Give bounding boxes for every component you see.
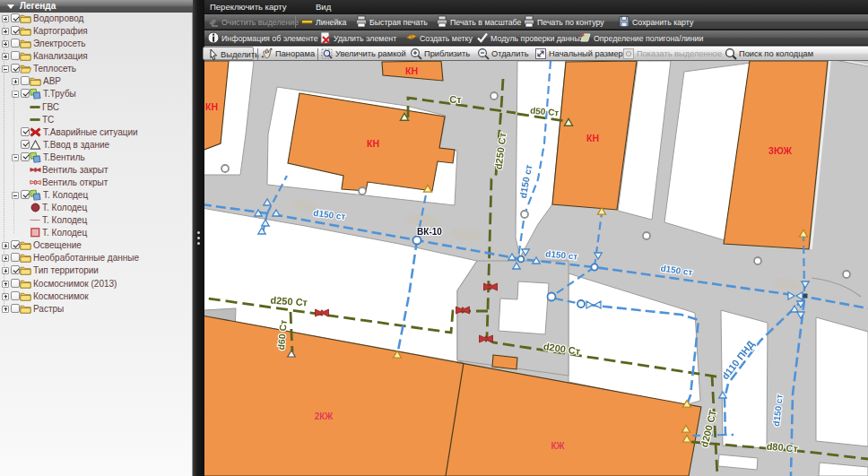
svg-text:КН: КН xyxy=(586,133,599,143)
svg-text:КН: КН xyxy=(367,138,379,149)
svg-text:2КЖ: 2КЖ xyxy=(315,411,334,421)
svg-text:Ст: Ст xyxy=(449,94,462,105)
svg-text:3ЮЖ: 3ЮЖ xyxy=(768,145,792,156)
svg-text:КН: КН xyxy=(205,101,218,112)
svg-text:ВК-10: ВК-10 xyxy=(417,227,442,237)
svg-text:КН: КН xyxy=(405,65,418,76)
svg-text:КЖ: КЖ xyxy=(551,441,565,451)
